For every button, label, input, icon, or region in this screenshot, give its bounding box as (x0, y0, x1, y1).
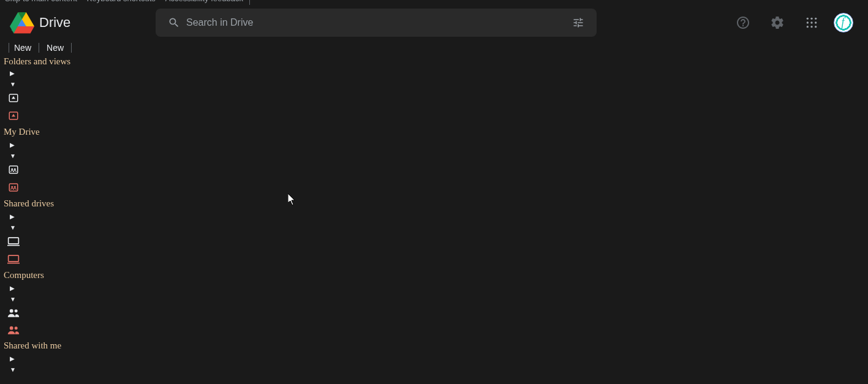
main-content (147, 39, 868, 384)
keyboard-shortcuts-link[interactable]: Keyboard shortcuts (87, 0, 156, 5)
my-drive-label[interactable]: My Drive (4, 126, 147, 138)
shared-with-me-icon-active[interactable] (7, 324, 20, 336)
account-avatar[interactable]: f (834, 13, 853, 32)
svg-point-22 (14, 186, 16, 188)
new-button[interactable]: New (9, 43, 39, 53)
expand-right-icon[interactable]: ▶ (4, 283, 147, 294)
svg-point-14 (815, 26, 817, 28)
help-icon[interactable] (731, 10, 755, 35)
svg-rect-25 (9, 255, 19, 262)
svg-point-6 (807, 18, 809, 20)
expand-down-icon[interactable]: ▼ (4, 151, 147, 162)
svg-rect-23 (9, 238, 19, 244)
apps-grid-icon[interactable] (799, 10, 824, 35)
svg-point-27 (10, 309, 13, 313)
new-button-alt[interactable]: New (47, 43, 72, 53)
shared-with-me-label[interactable]: Shared with me (4, 339, 147, 352)
search-icon[interactable] (162, 17, 186, 29)
computers-icon-active[interactable] (7, 253, 20, 265)
skip-main-content-link[interactable]: Skip to main content (5, 0, 77, 5)
expand-right-icon[interactable]: ▶ (4, 68, 147, 79)
mouse-cursor-icon (288, 194, 296, 206)
search-options-icon[interactable] (566, 17, 591, 29)
svg-point-12 (807, 26, 809, 28)
svg-rect-20 (9, 184, 18, 191)
drive-logo-icon (10, 12, 34, 34)
settings-icon[interactable] (765, 10, 790, 35)
expand-right-icon[interactable]: ▶ (4, 353, 147, 364)
search-container[interactable] (156, 9, 597, 37)
svg-point-19 (14, 168, 16, 170)
skip-links: Skip to main content Keyboard shortcuts … (0, 0, 868, 6)
computers-icon[interactable] (7, 235, 20, 247)
my-drive-icon[interactable] (7, 92, 20, 104)
svg-point-30 (15, 326, 18, 329)
svg-point-13 (810, 26, 812, 28)
folders-and-views-label: Folders and views (4, 55, 147, 68)
shared-drives-label[interactable]: Shared drives (4, 197, 147, 210)
svg-point-7 (810, 18, 812, 20)
shared-drives-icon-active[interactable] (7, 181, 20, 194)
svg-point-29 (10, 326, 13, 330)
svg-point-28 (15, 309, 18, 312)
shared-with-me-icon[interactable] (7, 307, 20, 319)
expand-down-icon[interactable]: ▼ (4, 79, 147, 90)
app-name: Drive (39, 15, 70, 31)
accessibility-feedback-link[interactable]: Accessibility feedback (165, 0, 250, 5)
expand-down-icon[interactable]: ▼ (4, 222, 147, 233)
svg-rect-17 (9, 166, 18, 173)
svg-point-10 (810, 21, 812, 23)
sidebar: New New Folders and views ▶ ▼ My Drive ▶ (0, 39, 147, 384)
svg-point-18 (11, 168, 13, 170)
search-input[interactable] (186, 17, 566, 28)
svg-point-9 (807, 21, 809, 23)
expand-right-icon[interactable]: ▶ (4, 211, 147, 222)
avatar-initial: f (841, 16, 844, 29)
svg-point-11 (815, 21, 817, 23)
topbar: Drive (0, 6, 868, 39)
expand-down-icon[interactable]: ▼ (4, 294, 147, 305)
shared-drives-icon[interactable] (7, 164, 20, 176)
computers-label[interactable]: Computers (4, 269, 147, 282)
topbar-right: f (731, 10, 858, 35)
expand-right-icon[interactable]: ▶ (4, 140, 147, 151)
my-drive-icon-active[interactable] (7, 110, 20, 122)
svg-point-21 (11, 186, 13, 188)
expand-down-icon[interactable]: ▼ (4, 364, 147, 375)
svg-point-8 (815, 18, 817, 20)
logo-area[interactable]: Drive (10, 12, 156, 34)
